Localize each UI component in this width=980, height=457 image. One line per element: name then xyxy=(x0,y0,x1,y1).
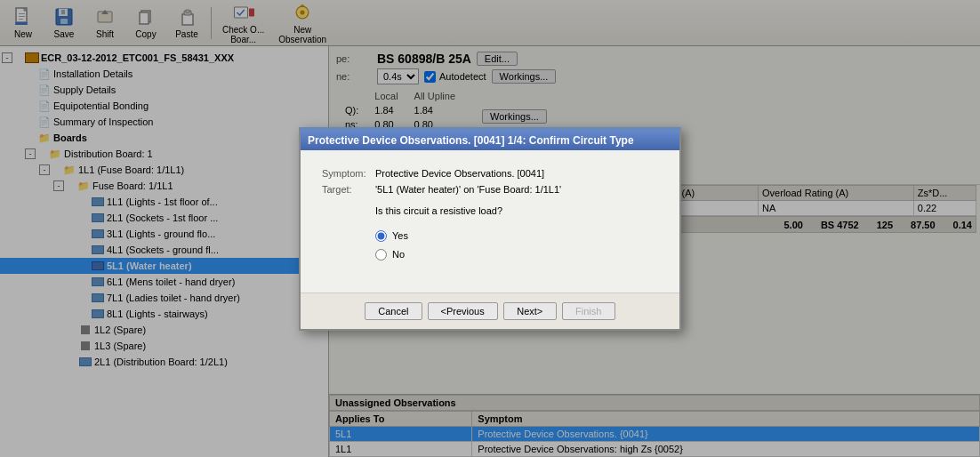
modal-footer: Cancel <Previous Next> Finish xyxy=(301,293,679,329)
radio-no-label[interactable]: No xyxy=(375,249,658,261)
cancel-button[interactable]: Cancel xyxy=(365,302,422,320)
radio-yes-label[interactable]: Yes xyxy=(375,230,658,242)
symptom-row: Symptom: Protective Device Observations.… xyxy=(322,168,658,179)
next-button[interactable]: Next> xyxy=(503,302,557,320)
modal-radio-group: Yes No xyxy=(375,230,658,261)
modal-title: Protective Device Observations. [0041] 1… xyxy=(308,134,634,147)
target-row: Target: '5L1 (Water heater)' on 'Fuse Bo… xyxy=(322,184,658,195)
modal-titlebar: Protective Device Observations. [0041] 1… xyxy=(301,131,679,150)
finish-button[interactable]: Finish xyxy=(562,302,615,320)
radio-no[interactable] xyxy=(375,249,387,261)
modal-overlay: Protective Device Observations. [0041] 1… xyxy=(0,0,980,457)
modal-dialog: Protective Device Observations. [0041] 1… xyxy=(299,127,681,331)
main-area: - ECR_03-12-2012_ETC001_FS_58431_XXX 📄 I… xyxy=(0,46,980,457)
radio-no-text: No xyxy=(392,249,405,260)
symptom-value: Protective Device Observations. [0041] xyxy=(375,168,544,179)
target-value: '5L1 (Water heater)' on 'Fuse Board: 1/1… xyxy=(375,184,561,195)
previous-button[interactable]: <Previous xyxy=(428,302,498,320)
radio-yes[interactable] xyxy=(375,230,387,242)
target-label: Target: xyxy=(322,184,375,195)
radio-yes-text: Yes xyxy=(392,230,408,241)
modal-question: Is this circuit a resistive load? xyxy=(375,205,658,216)
modal-body: Symptom: Protective Device Observations.… xyxy=(301,150,679,293)
symptom-label: Symptom: xyxy=(322,168,375,179)
